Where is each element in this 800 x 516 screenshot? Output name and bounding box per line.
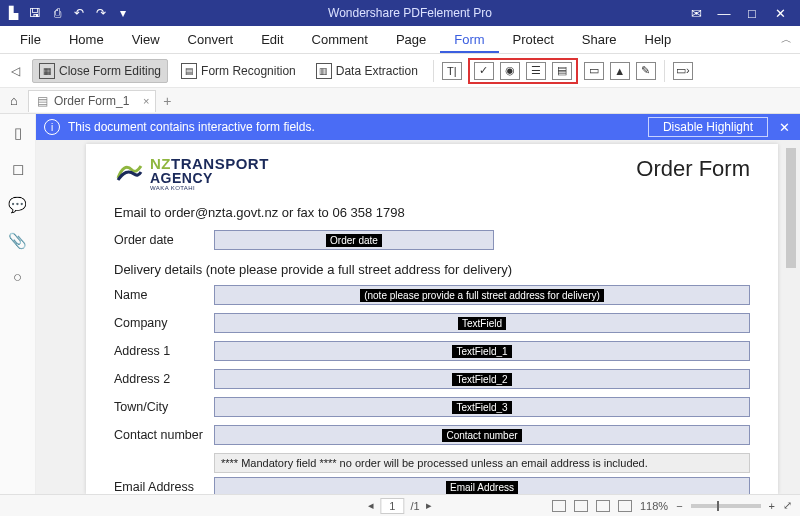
maximize-icon[interactable]: □	[744, 5, 760, 21]
zoom-slider[interactable]	[691, 504, 761, 508]
mandatory-note: **** Mandatory field **** no order will …	[214, 453, 750, 473]
document-tab[interactable]: ▤ Order Form_1 ×	[28, 90, 156, 112]
print-icon[interactable]: ⎙	[48, 4, 66, 22]
data-extraction-label: Data Extraction	[336, 64, 418, 78]
listbox-tool-icon[interactable]: ▤	[552, 62, 572, 80]
field-order-date[interactable]: Order date	[214, 230, 494, 250]
search-panel-icon[interactable]: ○	[13, 268, 22, 285]
menu-form[interactable]: Form	[440, 26, 498, 53]
scrollbar-thumb[interactable]	[786, 148, 796, 268]
vertical-scrollbar[interactable]	[786, 144, 796, 490]
logo-agency: AGENCY	[150, 171, 269, 185]
save-icon[interactable]: 🖫	[26, 4, 44, 22]
more-tools-icon[interactable]: ▭›	[673, 62, 693, 80]
doc-tab-label: Order Form_1	[54, 94, 129, 108]
page-total: /1	[410, 500, 419, 512]
document-tab-strip: ⌂ ▤ Order Form_1 × +	[0, 88, 800, 114]
zoom-in-icon[interactable]: +	[769, 500, 775, 512]
page-navigator: ◂ 1 /1 ▸	[368, 498, 431, 514]
fullscreen-icon[interactable]: ⤢	[783, 499, 792, 512]
status-bar: ◂ 1 /1 ▸ 118% − + ⤢	[0, 494, 800, 516]
row-address2: Address 2 TextField_2	[114, 369, 750, 389]
new-tab-icon[interactable]: +	[156, 93, 178, 109]
close-form-editing-label: Close Form Editing	[59, 64, 161, 78]
tag-company: TextField	[458, 317, 506, 330]
field-town[interactable]: TextField_3	[214, 397, 750, 417]
ribbon-separator-2	[664, 60, 665, 82]
page-title: Order Form	[636, 156, 750, 182]
menu-home[interactable]: Home	[55, 26, 118, 53]
checkbox-tool-icon[interactable]: ✓	[474, 62, 494, 80]
form-body: Email to order@nzta.govt.nz or fax to 06…	[114, 205, 750, 494]
close-tab-icon[interactable]: ×	[143, 95, 149, 107]
field-contact[interactable]: Contact number	[214, 425, 750, 445]
row-town: Town/City TextField_3	[114, 397, 750, 417]
image-tool-icon[interactable]: ▲	[610, 62, 630, 80]
zoom-value: 118%	[640, 500, 668, 512]
minimize-icon[interactable]: ―	[716, 5, 732, 21]
menu-comment[interactable]: Comment	[298, 26, 382, 53]
field-address1[interactable]: TextField_1	[214, 341, 750, 361]
combobox-tool-icon[interactable]: ☰	[526, 62, 546, 80]
menu-page[interactable]: Page	[382, 26, 440, 53]
page-prev-icon[interactable]: ◂	[368, 499, 374, 512]
close-banner-icon[interactable]: ✕	[776, 120, 792, 135]
button-tool-icon[interactable]: ▭	[584, 62, 604, 80]
page-current[interactable]: 1	[380, 498, 404, 514]
undo-icon[interactable]: ↶	[70, 4, 88, 22]
comments-icon[interactable]: 💬	[8, 196, 27, 214]
menu-help[interactable]: Help	[631, 26, 686, 53]
menu-convert[interactable]: Convert	[174, 26, 248, 53]
menu-edit[interactable]: Edit	[247, 26, 297, 53]
ribbon-group-fields: T| ✓ ◉ ☰ ▤ ▭ ▲ ✎	[442, 58, 656, 84]
collapse-ribbon-icon[interactable]: ︿	[781, 32, 792, 47]
close-window-icon[interactable]: ✕	[772, 5, 788, 21]
close-form-editing-button[interactable]: ▦ Close Form Editing	[32, 59, 168, 83]
row-contact: Contact number Contact number	[114, 425, 750, 445]
page-next-icon[interactable]: ▸	[426, 499, 432, 512]
form-recognition-button[interactable]: ▤ Form Recognition	[174, 59, 303, 83]
data-extraction-button[interactable]: ▥ Data Extraction	[309, 59, 425, 83]
menu-protect[interactable]: Protect	[499, 26, 568, 53]
info-icon: i	[44, 119, 60, 135]
tag-order-date: Order date	[326, 234, 382, 247]
form-recognition-label: Form Recognition	[201, 64, 296, 78]
row-name: Name (note please provide a full street …	[114, 285, 750, 305]
doc-tab-icon: ▤	[37, 94, 48, 108]
home-tab-icon[interactable]: ⌂	[0, 93, 28, 108]
disable-highlight-button[interactable]: Disable Highlight	[648, 117, 768, 137]
menu-bar: File Home View Convert Edit Comment Page…	[0, 26, 800, 54]
thumbnails-icon[interactable]: ▯	[14, 124, 22, 142]
radio-tool-icon[interactable]: ◉	[500, 62, 520, 80]
field-address2[interactable]: TextField_2	[214, 369, 750, 389]
menu-view[interactable]: View	[118, 26, 174, 53]
bookmarks-icon[interactable]: ◻	[12, 160, 24, 178]
qat-dropdown-icon[interactable]: ▾	[114, 4, 132, 22]
work-area: ▯ ◻ 💬 📎 ○ i This document contains inter…	[0, 114, 800, 494]
document-viewer: i This document contains interactive for…	[36, 114, 800, 494]
text-field-tool-icon[interactable]: T|	[442, 62, 462, 80]
attachments-icon[interactable]: 📎	[8, 232, 27, 250]
logo-text: NZTRANSPORT AGENCY WAKA KOTAHI	[150, 156, 269, 191]
ribbon-group-edit: ▦ Close Form Editing ▤ Form Recognition …	[32, 59, 425, 83]
field-name[interactable]: (note please provide a full street addre…	[214, 285, 750, 305]
field-email[interactable]: Email Address	[214, 477, 750, 494]
form-recognition-icon: ▤	[181, 63, 197, 79]
signature-tool-icon[interactable]: ✎	[636, 62, 656, 80]
window-controls: ✉ ― □ ✕	[688, 5, 796, 21]
menu-file[interactable]: File	[6, 26, 55, 53]
row-company: Company TextField	[114, 313, 750, 333]
view-two-cont-icon[interactable]	[618, 500, 632, 512]
view-two-icon[interactable]	[596, 500, 610, 512]
view-single-icon[interactable]	[552, 500, 566, 512]
doc-header: NZTRANSPORT AGENCY WAKA KOTAHI Order For…	[114, 156, 750, 191]
zoom-out-icon[interactable]: −	[676, 500, 682, 512]
ribbon-back-icon[interactable]: ◁	[6, 62, 24, 80]
label-contact: Contact number	[114, 428, 214, 442]
mail-icon[interactable]: ✉	[688, 5, 704, 21]
menu-share[interactable]: Share	[568, 26, 631, 53]
view-continuous-icon[interactable]	[574, 500, 588, 512]
redo-icon[interactable]: ↷	[92, 4, 110, 22]
field-company[interactable]: TextField	[214, 313, 750, 333]
ribbon: ◁ ▦ Close Form Editing ▤ Form Recognitio…	[0, 54, 800, 88]
